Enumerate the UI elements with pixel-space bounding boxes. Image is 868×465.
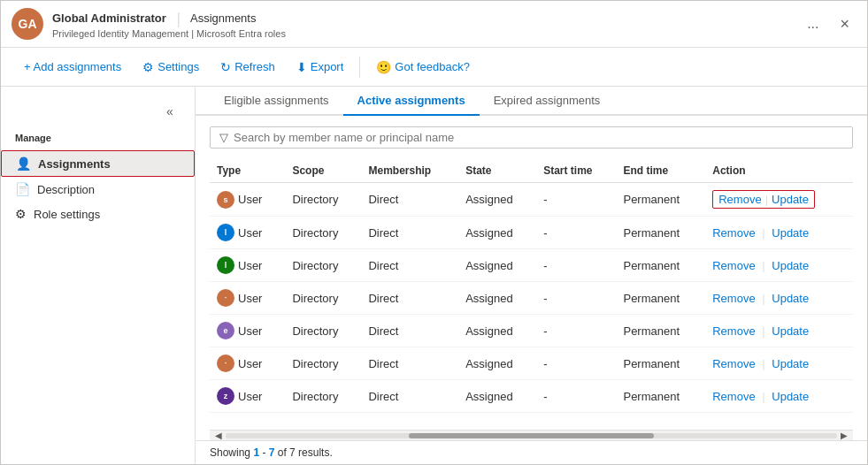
action-separator: |	[762, 390, 768, 403]
update-link[interactable]: Update	[772, 226, 809, 240]
remove-link[interactable]: Remove	[712, 390, 755, 403]
remove-link[interactable]: Remove	[712, 226, 755, 240]
cell-endTime: Permanent	[616, 249, 705, 282]
remove-link[interactable]: Remove	[718, 193, 761, 206]
tab-eligible[interactable]: Eligible assignments	[210, 87, 343, 116]
tab-expired[interactable]: Expired assignments	[480, 87, 615, 116]
col-type: Type	[210, 159, 285, 183]
action-group: Remove | Update	[712, 390, 809, 403]
sidebar-item-assignments[interactable]: 👤 Assignments	[1, 150, 195, 177]
cell-startTime: -	[536, 249, 616, 282]
row-avatar: l	[217, 256, 234, 274]
cell-scope: Directory	[285, 183, 361, 217]
cell-scope: Directory	[285, 380, 361, 413]
table-row: z User DirectoryDirectAssigned-Permanent…	[210, 380, 853, 413]
table-area: ▽ Type Scope Membership State Start time	[196, 116, 867, 440]
action-group: Remove | Update	[712, 259, 809, 272]
collapse-button[interactable]: «	[159, 101, 181, 122]
scroll-left-arrow[interactable]: ◀	[211, 431, 226, 440]
cell-action: Remove | Update	[705, 183, 853, 217]
col-state: State	[458, 159, 536, 183]
sidebar: « Manage 👤 Assignments 📄 Description ⚙ R…	[1, 87, 196, 464]
cell-state: Assigned	[458, 249, 536, 282]
sidebar-item-description[interactable]: 📄 Description	[1, 177, 195, 202]
main-window: GA Global Administrator | Assignments Pr…	[0, 0, 868, 465]
update-link[interactable]: Update	[772, 259, 809, 272]
scrollbar-track[interactable]	[226, 433, 837, 438]
content-area: Eligible assignments Active assignments …	[196, 87, 867, 464]
cell-scope: Directory	[285, 315, 361, 347]
more-button[interactable]: ...	[800, 12, 826, 35]
action-group: Remove | Update	[712, 357, 809, 370]
sidebar-item-role-settings[interactable]: ⚙ Role settings	[1, 202, 195, 226]
settings-button[interactable]: ⚙ Settings	[134, 56, 208, 79]
table-row: l User DirectoryDirectAssigned-Permanent…	[210, 217, 853, 249]
tab-active[interactable]: Active assignments	[343, 87, 480, 116]
cell-scope: Directory	[285, 249, 361, 282]
cell-endTime: Permanent	[616, 217, 705, 249]
action-group: Remove | Update	[712, 226, 809, 240]
add-assignments-button[interactable]: + Add assignments	[15, 56, 130, 78]
description-icon: 📄	[15, 182, 30, 196]
cell-type-text: User	[238, 292, 262, 305]
cell-state: Assigned	[458, 347, 536, 380]
col-end-time: End time	[616, 159, 705, 183]
row-avatar: s	[217, 191, 234, 209]
scroll-right-arrow[interactable]: ▶	[837, 431, 851, 440]
row-avatar: ·	[217, 354, 234, 372]
update-link[interactable]: Update	[772, 357, 809, 370]
cell-type: · User	[210, 347, 285, 380]
toolbar: + Add assignments ⚙ Settings ↻ Refresh ⬇…	[1, 48, 867, 87]
assignments-table: Type Scope Membership State Start time E…	[210, 159, 853, 413]
main-layout: « Manage 👤 Assignments 📄 Description ⚙ R…	[1, 87, 867, 464]
action-group: Remove | Update	[712, 324, 809, 338]
action-separator: |	[765, 193, 768, 206]
update-link[interactable]: Update	[772, 193, 809, 206]
remove-link[interactable]: Remove	[712, 324, 755, 338]
cell-scope: Directory	[285, 217, 361, 249]
cell-endTime: Permanent	[616, 380, 705, 413]
tabs: Eligible assignments Active assignments …	[196, 87, 867, 116]
cell-type-text: User	[238, 324, 262, 338]
cell-endTime: Permanent	[616, 282, 705, 315]
toolbar-divider	[359, 57, 360, 78]
cell-type: e User	[210, 315, 285, 347]
sidebar-manage-label: Manage	[1, 129, 195, 150]
update-link[interactable]: Update	[772, 390, 809, 403]
export-button[interactable]: ⬇ Export	[288, 56, 353, 79]
action-separator: |	[762, 259, 768, 272]
update-link[interactable]: Update	[772, 292, 809, 305]
close-button[interactable]: ×	[833, 11, 856, 37]
remove-link[interactable]: Remove	[712, 357, 755, 370]
remove-link[interactable]: Remove	[712, 259, 755, 272]
cell-type: z User	[210, 380, 285, 413]
search-input[interactable]	[234, 131, 843, 144]
footer: Showing 1 - 7 of 7 results.	[196, 440, 867, 464]
cell-type-text: User	[238, 193, 262, 206]
action-separator: |	[762, 226, 768, 240]
table-row: l User DirectoryDirectAssigned-Permanent…	[210, 249, 853, 282]
col-start-time: Start time	[536, 159, 616, 183]
feedback-button[interactable]: 🙂 Got feedback?	[367, 56, 479, 79]
cell-action: Remove | Update	[705, 380, 853, 413]
cell-type: s User	[210, 183, 285, 217]
table-container: Type Scope Membership State Start time E…	[210, 159, 853, 430]
remove-link[interactable]: Remove	[712, 292, 755, 305]
scrollbar-thumb[interactable]	[409, 433, 653, 438]
refresh-button[interactable]: ↻ Refresh	[211, 56, 284, 79]
title-bar: GA Global Administrator | Assignments Pr…	[1, 1, 867, 48]
cell-type: l User	[210, 217, 285, 249]
table-row: e User DirectoryDirectAssigned-Permanent…	[210, 315, 853, 347]
cell-type-text: User	[238, 259, 262, 272]
cell-action: Remove | Update	[705, 249, 853, 282]
update-link[interactable]: Update	[772, 324, 809, 338]
cell-startTime: -	[536, 217, 616, 249]
cell-scope: Directory	[285, 347, 361, 380]
cell-type: l User	[210, 249, 285, 282]
cell-membership: Direct	[361, 183, 458, 217]
cell-state: Assigned	[458, 217, 536, 249]
action-separator: |	[762, 324, 768, 338]
horizontal-scrollbar[interactable]: ◀ ▶	[210, 430, 853, 440]
cell-startTime: -	[536, 282, 616, 315]
cell-membership: Direct	[361, 217, 458, 249]
